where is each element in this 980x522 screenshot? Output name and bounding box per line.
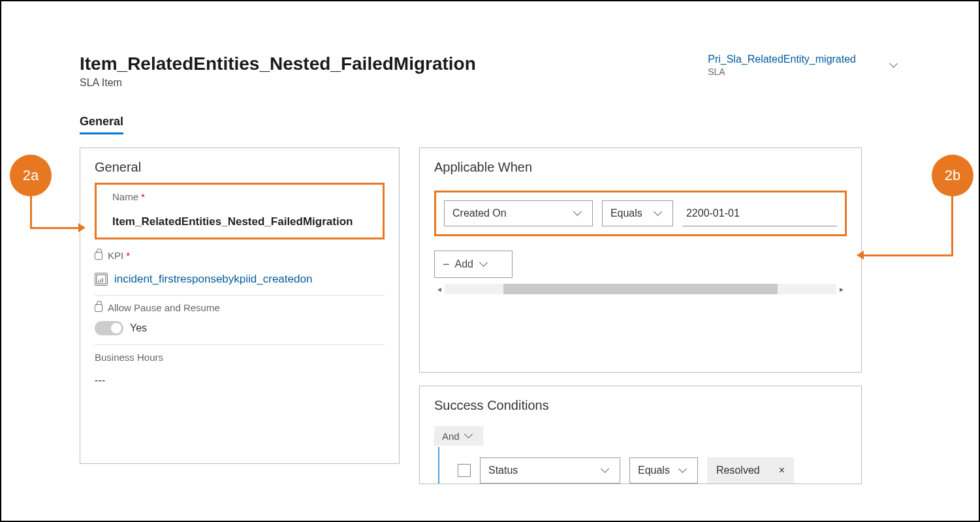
allow-pause-label-text: Allow Pause and Resume — [108, 302, 220, 313]
chevron-down-icon — [573, 207, 584, 219]
success-conditions-title: Success Conditions — [434, 398, 847, 413]
callout-arrow-2a — [30, 227, 81, 229]
name-label: Name* — [112, 191, 367, 202]
horizontal-scrollbar[interactable]: ◄ ► — [434, 283, 847, 295]
callout-arrow-2a — [30, 196, 32, 228]
add-condition-button[interactable]: − Add — [434, 251, 513, 278]
callout-badge-2b: 2b — [932, 155, 973, 196]
condition-field-value: Created On — [452, 207, 507, 219]
kpi-label: KPI* — [95, 250, 385, 261]
required-star-icon: * — [126, 250, 130, 261]
group-operator-value: And — [442, 431, 460, 442]
svg-rect-0 — [97, 275, 106, 284]
chevron-down-icon — [479, 258, 490, 270]
success-field-value: Status — [488, 465, 518, 476]
condition-checkbox[interactable] — [458, 464, 471, 477]
add-button-label: Add — [455, 258, 473, 270]
success-conditions-panel: Success Conditions And Status Equals — [419, 386, 862, 484]
allow-pause-toggle[interactable] — [95, 321, 123, 335]
chevron-down-icon — [600, 465, 612, 476]
business-hours-value[interactable]: --- — [95, 375, 385, 386]
general-panel: General Name* Item_RelatedEntities_Neste… — [80, 147, 400, 464]
kpi-label-text: KPI — [108, 250, 123, 261]
callout-arrowhead-2a — [78, 223, 86, 232]
general-panel-title: General — [95, 160, 385, 175]
scroll-track[interactable] — [445, 284, 836, 294]
applicable-when-title: Applicable When — [434, 160, 847, 175]
chevron-down-icon[interactable] — [889, 59, 900, 71]
chevron-down-icon — [464, 430, 475, 442]
group-operator-dropdown[interactable]: And — [434, 426, 483, 446]
kpi-link[interactable]: incident_firstresponsebykpiid_createdon — [114, 273, 312, 286]
close-icon[interactable]: × — [779, 465, 785, 476]
condition-operator-dropdown[interactable]: Equals — [602, 200, 673, 226]
name-label-text: Name — [112, 191, 138, 202]
tab-general[interactable]: General — [80, 115, 123, 134]
success-operator-dropdown[interactable]: Equals — [629, 457, 698, 484]
page-subtitle: SLA Item — [80, 77, 476, 89]
success-value-text: Resolved — [716, 465, 760, 476]
kpi-icon — [95, 273, 108, 286]
minus-icon: − — [443, 258, 450, 271]
name-value[interactable]: Item_RelatedEntities_Nested_FailedMigrat… — [112, 215, 367, 228]
scroll-right-arrow-icon[interactable]: ► — [836, 286, 847, 293]
lock-icon — [95, 252, 103, 260]
chevron-down-icon — [678, 465, 689, 476]
related-sla-link[interactable]: Pri_Sla_RelatedEntity_migrated — [708, 54, 856, 65]
related-sla-sublabel: SLA — [708, 67, 856, 77]
allow-pause-label: Allow Pause and Resume — [95, 302, 385, 313]
applicable-when-panel: Applicable When Created On Equals − Add … — [419, 147, 862, 373]
callout-arrow-2b — [862, 254, 953, 256]
condition-field-dropdown[interactable]: Created On — [444, 200, 593, 226]
name-field-highlight: Name* Item_RelatedEntities_Nested_Failed… — [95, 183, 385, 239]
business-hours-label: Business Hours — [95, 352, 385, 363]
callout-badge-2a: 2a — [10, 155, 52, 196]
callout-arrow-2b — [951, 196, 953, 256]
success-value-tag[interactable]: Resolved × — [707, 457, 794, 484]
condition-operator-value: Equals — [610, 207, 642, 219]
chevron-down-icon — [653, 207, 665, 219]
success-field-dropdown[interactable]: Status — [480, 457, 620, 484]
scroll-left-arrow-icon[interactable]: ◄ — [434, 286, 445, 293]
allow-pause-value: Yes — [130, 322, 147, 334]
scroll-thumb[interactable] — [503, 284, 778, 294]
condition-value-input[interactable] — [682, 200, 837, 226]
callout-arrowhead-2b — [857, 251, 864, 260]
lock-icon — [95, 304, 103, 312]
success-operator-value: Equals — [638, 465, 670, 476]
page-title: Item_RelatedEntities_Nested_FailedMigrat… — [80, 54, 476, 74]
applicable-condition-highlight: Created On Equals — [434, 191, 847, 236]
business-hours-label-text: Business Hours — [95, 352, 163, 363]
required-star-icon: * — [141, 191, 145, 202]
